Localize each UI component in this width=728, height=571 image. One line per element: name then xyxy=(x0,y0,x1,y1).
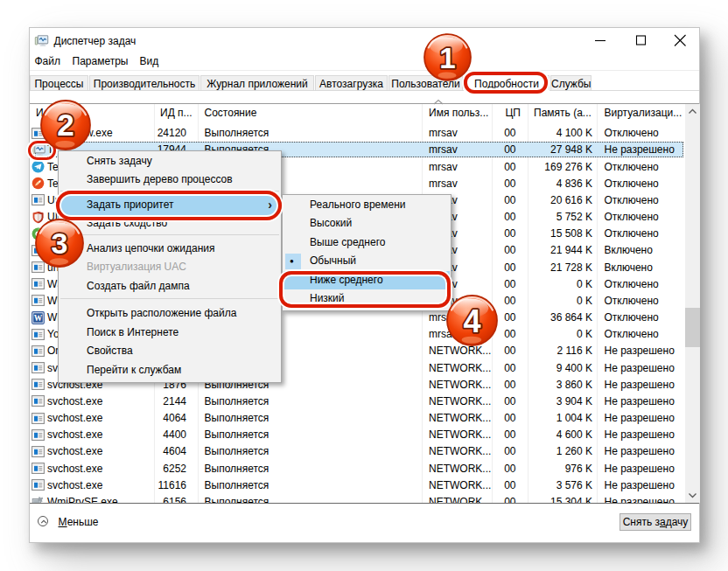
svg-text:1: 1 xyxy=(439,41,455,73)
svg-text:W: W xyxy=(34,313,43,322)
svg-text:4: 4 xyxy=(463,303,480,338)
svg-text:2: 2 xyxy=(57,108,74,142)
svg-text:3: 3 xyxy=(52,226,68,260)
